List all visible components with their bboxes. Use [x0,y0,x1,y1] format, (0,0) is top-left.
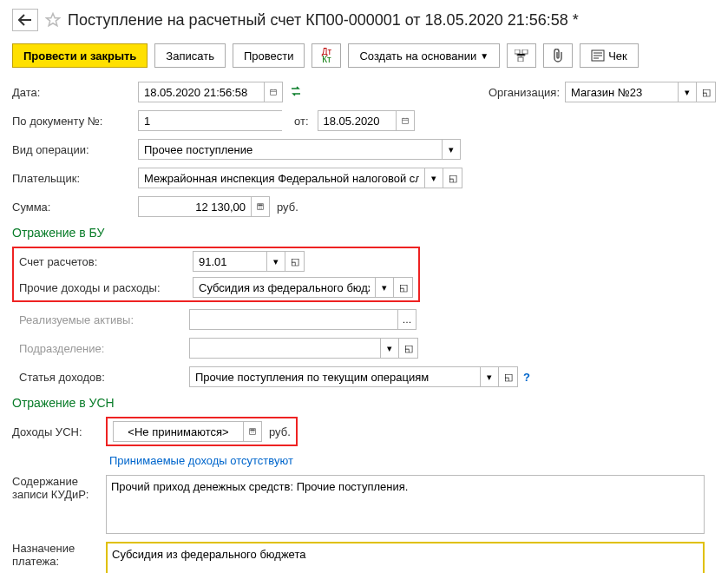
from-date-input[interactable] [318,110,396,131]
chevron-down-icon: ▾ [685,87,690,98]
income-input[interactable] [189,366,480,387]
svg-point-9 [260,207,261,208]
post-and-close-button[interactable]: Провести и закрыть [12,43,148,68]
bu-section-title: Отражение в БУ [12,226,716,240]
chevron-down-icon: ▾ [431,173,436,184]
star-icon[interactable] [45,12,61,28]
highlight-box-bu: Счет расчетов: ▾ ◱ Прочие доходы и расхо… [12,247,420,302]
payer-label: Плательщик: [12,172,138,185]
acc-input[interactable] [193,251,266,272]
svg-point-12 [260,208,261,209]
svg-point-11 [259,208,259,209]
date-label: Дата: [12,86,138,99]
svg-point-13 [261,208,262,209]
chevron-down-icon: ▾ [449,144,454,155]
usn-section-title: Отражение в УСН [12,396,716,410]
subdiv-open-button[interactable]: ◱ [399,338,418,359]
create-based-on-button[interactable]: Создать на основании ▼ [348,43,500,68]
income-dropdown-button[interactable]: ▾ [480,366,499,387]
create-based-label: Создать на основании [359,49,476,63]
date-picker-button[interactable] [264,82,283,102]
receipt-icon [591,49,605,62]
org-open-button[interactable]: ◱ [697,82,716,102]
structure-icon [515,49,528,62]
docnum-input[interactable] [138,110,282,131]
sum-label: Сумма: [12,201,138,214]
usn-calc-button[interactable] [243,421,262,442]
structure-button[interactable] [507,43,536,68]
svg-rect-0 [515,49,520,54]
usn-incomes-link[interactable]: Принимаемые доходы отсутствуют [109,454,293,467]
income-open-button[interactable]: ◱ [499,366,518,387]
payer-dropdown-button[interactable]: ▾ [424,168,443,188]
attach-button[interactable] [543,43,573,68]
svg-rect-7 [258,204,262,206]
svg-point-17 [253,432,253,433]
subdiv-input[interactable] [189,338,380,359]
other-open-button[interactable]: ◱ [394,277,413,298]
arrow-left-icon [18,14,32,26]
svg-rect-1 [522,49,528,54]
from-label: от: [294,115,309,128]
subdiv-dropdown-button[interactable]: ▾ [380,338,399,359]
sum-currency: руб. [277,201,298,214]
usn-input[interactable] [113,421,243,442]
sum-calc-button[interactable] [251,196,270,217]
income-label: Статья доходов: [12,371,186,384]
check-button[interactable]: Чек [580,43,639,68]
post-button[interactable]: Провести [233,43,305,68]
back-button[interactable] [12,9,38,31]
svg-rect-2 [518,57,523,62]
calendar-icon [402,115,409,126]
payer-open-button[interactable]: ◱ [443,168,462,188]
open-icon: ◱ [449,173,457,184]
check-label: Чек [608,49,627,63]
purpose-label: Назначение платежа: [12,542,106,568]
purpose-textarea[interactable] [106,542,705,573]
date-input[interactable] [138,82,264,102]
kudir-label: Содержание записи КУДиР: [12,475,106,501]
kudir-textarea[interactable] [106,475,705,534]
svg-point-16 [251,432,252,433]
assets-more-button[interactable]: … [397,309,416,330]
chevron-down-icon: ▾ [382,282,387,293]
org-dropdown-button[interactable]: ▾ [678,82,697,102]
income-help-button[interactable]: ? [523,371,530,384]
assets-label: Реализуемые активы: [12,313,186,326]
page-title: Поступление на расчетный счет КП00-00000… [68,11,579,30]
org-input[interactable] [565,82,678,102]
chevron-down-icon: ▾ [273,256,279,267]
acc-open-button[interactable]: ◱ [285,251,305,272]
chevron-down-icon: ▾ [487,372,492,383]
payer-input[interactable] [138,168,424,188]
chevron-down-icon: ▾ [387,343,392,354]
other-dropdown-button[interactable]: ▾ [375,277,394,298]
other-input[interactable] [193,277,375,298]
usn-label: Доходы УСН: [12,425,106,438]
svg-point-10 [261,207,262,208]
open-icon: ◱ [291,256,299,267]
svg-rect-5 [402,118,408,123]
calculator-icon [249,426,256,437]
open-icon: ◱ [702,87,711,98]
highlight-box-usn: руб. [106,417,298,446]
from-date-picker-button[interactable] [396,110,415,131]
svg-point-8 [259,207,259,208]
assets-input[interactable] [189,309,397,330]
op-input[interactable] [138,139,442,160]
subdiv-label: Подразделение: [12,342,186,355]
other-label: Прочие доходы и расходы: [19,281,193,294]
org-label: Организация: [489,86,560,99]
chevron-down-icon: ▼ [480,51,489,61]
calendar-icon [270,87,277,97]
calculator-icon [257,201,264,212]
paperclip-icon [552,49,564,63]
op-dropdown-button[interactable]: ▾ [442,139,461,160]
sync-icon[interactable] [290,85,302,100]
svg-point-18 [253,432,254,433]
dtkt-button[interactable]: ДтКт [312,43,341,68]
acc-dropdown-button[interactable]: ▾ [266,251,285,272]
save-button[interactable]: Записать [154,43,226,68]
sum-input[interactable] [138,196,251,217]
svg-rect-15 [250,429,254,431]
